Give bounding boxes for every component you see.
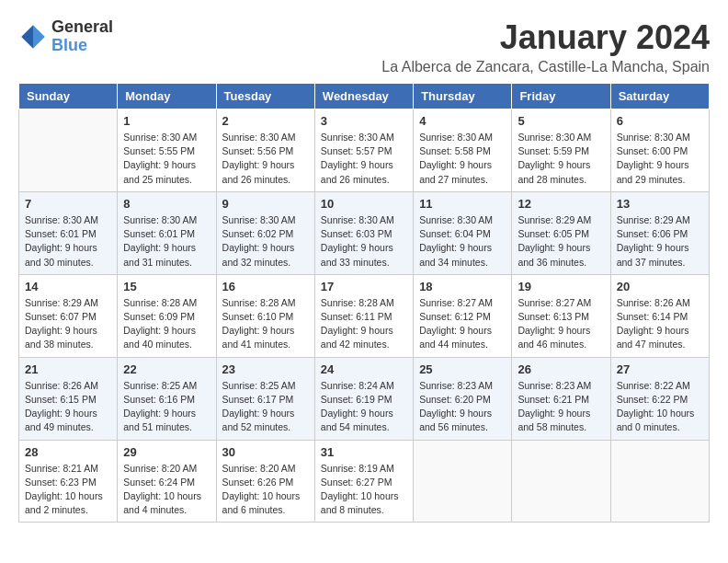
calendar-cell: 7Sunrise: 8:30 AM Sunset: 6:01 PM Daylig…: [19, 191, 118, 274]
logo: General Blue: [18, 18, 113, 55]
day-number: 20: [617, 280, 703, 293]
calendar-header-row: SundayMondayTuesdayWednesdayThursdayFrid…: [19, 84, 710, 109]
calendar-day-header: Thursday: [414, 84, 512, 109]
calendar-week-row: 28Sunrise: 8:21 AM Sunset: 6:23 PM Dayli…: [19, 440, 710, 523]
svg-marker-1: [21, 25, 33, 49]
calendar-cell: 18Sunrise: 8:27 AM Sunset: 6:12 PM Dayli…: [414, 274, 512, 357]
day-info: Sunrise: 8:29 AM Sunset: 6:05 PM Dayligh…: [518, 213, 604, 270]
calendar-cell: 23Sunrise: 8:25 AM Sunset: 6:17 PM Dayli…: [216, 357, 314, 440]
calendar-cell: 12Sunrise: 8:29 AM Sunset: 6:05 PM Dayli…: [512, 191, 610, 274]
logo-icon: [18, 22, 48, 52]
day-info: Sunrise: 8:28 AM Sunset: 6:11 PM Dayligh…: [321, 296, 407, 352]
day-number: 8: [123, 197, 210, 211]
day-number: 15: [123, 280, 210, 293]
calendar-cell: 20Sunrise: 8:26 AM Sunset: 6:14 PM Dayli…: [610, 274, 709, 357]
day-number: 16: [222, 280, 309, 293]
day-info: Sunrise: 8:28 AM Sunset: 6:10 PM Dayligh…: [222, 296, 309, 352]
day-info: Sunrise: 8:30 AM Sunset: 5:57 PM Dayligh…: [321, 131, 407, 187]
day-number: 24: [321, 362, 407, 376]
calendar-cell: 13Sunrise: 8:29 AM Sunset: 6:06 PM Dayli…: [610, 191, 709, 274]
calendar-cell: 4Sunrise: 8:30 AM Sunset: 5:58 PM Daylig…: [414, 109, 512, 192]
day-number: 31: [321, 445, 407, 459]
day-info: Sunrise: 8:30 AM Sunset: 6:01 PM Dayligh…: [25, 213, 111, 270]
day-number: 11: [419, 197, 506, 211]
calendar-day-header: Saturday: [610, 84, 709, 109]
day-number: 23: [222, 362, 309, 376]
day-info: Sunrise: 8:30 AM Sunset: 6:02 PM Dayligh…: [222, 213, 309, 270]
day-info: Sunrise: 8:26 AM Sunset: 6:15 PM Dayligh…: [25, 379, 111, 435]
month-title: January 2024: [381, 18, 710, 57]
day-info: Sunrise: 8:30 AM Sunset: 5:56 PM Dayligh…: [222, 131, 309, 187]
day-info: Sunrise: 8:25 AM Sunset: 6:17 PM Dayligh…: [222, 379, 309, 435]
calendar-cell: 21Sunrise: 8:26 AM Sunset: 6:15 PM Dayli…: [19, 357, 118, 440]
day-number: 13: [617, 197, 703, 211]
day-info: Sunrise: 8:26 AM Sunset: 6:14 PM Dayligh…: [617, 296, 703, 352]
day-number: 22: [123, 362, 210, 376]
calendar-cell: 30Sunrise: 8:20 AM Sunset: 6:26 PM Dayli…: [216, 440, 314, 523]
calendar-day-header: Tuesday: [216, 84, 314, 109]
calendar-cell: 15Sunrise: 8:28 AM Sunset: 6:09 PM Dayli…: [118, 274, 216, 357]
day-number: 29: [123, 445, 210, 459]
calendar-cell: 28Sunrise: 8:21 AM Sunset: 6:23 PM Dayli…: [19, 440, 118, 523]
day-info: Sunrise: 8:27 AM Sunset: 6:12 PM Dayligh…: [419, 296, 506, 352]
logo-general-text: General: [51, 18, 113, 37]
day-number: 30: [222, 445, 309, 459]
day-info: Sunrise: 8:20 AM Sunset: 6:24 PM Dayligh…: [123, 462, 210, 518]
day-info: Sunrise: 8:21 AM Sunset: 6:23 PM Dayligh…: [25, 462, 111, 518]
day-info: Sunrise: 8:24 AM Sunset: 6:19 PM Dayligh…: [321, 379, 407, 435]
calendar-week-row: 1Sunrise: 8:30 AM Sunset: 5:55 PM Daylig…: [19, 109, 710, 192]
day-number: 6: [617, 114, 703, 128]
day-number: 2: [222, 114, 309, 128]
calendar-day-header: Monday: [118, 84, 216, 109]
day-number: 10: [321, 197, 407, 211]
calendar-cell: 3Sunrise: 8:30 AM Sunset: 5:57 PM Daylig…: [314, 109, 413, 192]
day-number: 21: [25, 362, 111, 376]
day-number: 4: [419, 114, 506, 128]
day-info: Sunrise: 8:30 AM Sunset: 5:58 PM Dayligh…: [419, 131, 506, 187]
day-info: Sunrise: 8:30 AM Sunset: 6:03 PM Dayligh…: [321, 213, 407, 270]
logo-text: General Blue: [51, 18, 113, 55]
calendar-cell: 5Sunrise: 8:30 AM Sunset: 5:59 PM Daylig…: [512, 109, 610, 192]
calendar-cell: [610, 440, 709, 523]
calendar-cell: 10Sunrise: 8:30 AM Sunset: 6:03 PM Dayli…: [314, 191, 413, 274]
day-number: 12: [518, 197, 604, 211]
day-number: 3: [321, 114, 407, 128]
day-number: 25: [419, 362, 506, 376]
day-number: 5: [518, 114, 604, 128]
calendar-cell: 11Sunrise: 8:30 AM Sunset: 6:04 PM Dayli…: [414, 191, 512, 274]
calendar-week-row: 21Sunrise: 8:26 AM Sunset: 6:15 PM Dayli…: [19, 357, 710, 440]
calendar-cell: 29Sunrise: 8:20 AM Sunset: 6:24 PM Dayli…: [118, 440, 216, 523]
calendar-cell: 26Sunrise: 8:23 AM Sunset: 6:21 PM Dayli…: [512, 357, 610, 440]
calendar-cell: 8Sunrise: 8:30 AM Sunset: 6:01 PM Daylig…: [118, 191, 216, 274]
day-number: 28: [25, 445, 111, 459]
calendar-cell: 22Sunrise: 8:25 AM Sunset: 6:16 PM Dayli…: [118, 357, 216, 440]
day-number: 19: [518, 280, 604, 293]
day-info: Sunrise: 8:30 AM Sunset: 6:01 PM Dayligh…: [123, 213, 210, 270]
day-number: 17: [321, 280, 407, 293]
calendar-day-header: Sunday: [19, 84, 118, 109]
day-number: 9: [222, 197, 309, 211]
day-number: 27: [617, 362, 703, 376]
calendar-cell: [414, 440, 512, 523]
day-number: 7: [25, 197, 111, 211]
location-title: La Alberca de Zancara, Castille-La Manch…: [381, 59, 710, 75]
day-info: Sunrise: 8:27 AM Sunset: 6:13 PM Dayligh…: [518, 296, 604, 352]
day-info: Sunrise: 8:23 AM Sunset: 6:21 PM Dayligh…: [518, 379, 604, 435]
calendar-cell: 25Sunrise: 8:23 AM Sunset: 6:20 PM Dayli…: [414, 357, 512, 440]
day-number: 14: [25, 280, 111, 293]
calendar-cell: 9Sunrise: 8:30 AM Sunset: 6:02 PM Daylig…: [216, 191, 314, 274]
day-info: Sunrise: 8:19 AM Sunset: 6:27 PM Dayligh…: [321, 462, 407, 518]
calendar-week-row: 14Sunrise: 8:29 AM Sunset: 6:07 PM Dayli…: [19, 274, 710, 357]
calendar-cell: 14Sunrise: 8:29 AM Sunset: 6:07 PM Dayli…: [19, 274, 118, 357]
day-info: Sunrise: 8:23 AM Sunset: 6:20 PM Dayligh…: [419, 379, 506, 435]
calendar-cell: 1Sunrise: 8:30 AM Sunset: 5:55 PM Daylig…: [118, 109, 216, 192]
calendar-cell: 6Sunrise: 8:30 AM Sunset: 6:00 PM Daylig…: [610, 109, 709, 192]
logo-blue-text: Blue: [51, 37, 113, 55]
day-number: 18: [419, 280, 506, 293]
day-info: Sunrise: 8:29 AM Sunset: 6:07 PM Dayligh…: [25, 296, 111, 352]
calendar-day-header: Wednesday: [314, 84, 413, 109]
svg-marker-0: [33, 25, 45, 49]
day-info: Sunrise: 8:30 AM Sunset: 6:04 PM Dayligh…: [419, 213, 506, 270]
calendar-cell: [19, 109, 118, 192]
day-info: Sunrise: 8:28 AM Sunset: 6:09 PM Dayligh…: [123, 296, 210, 352]
